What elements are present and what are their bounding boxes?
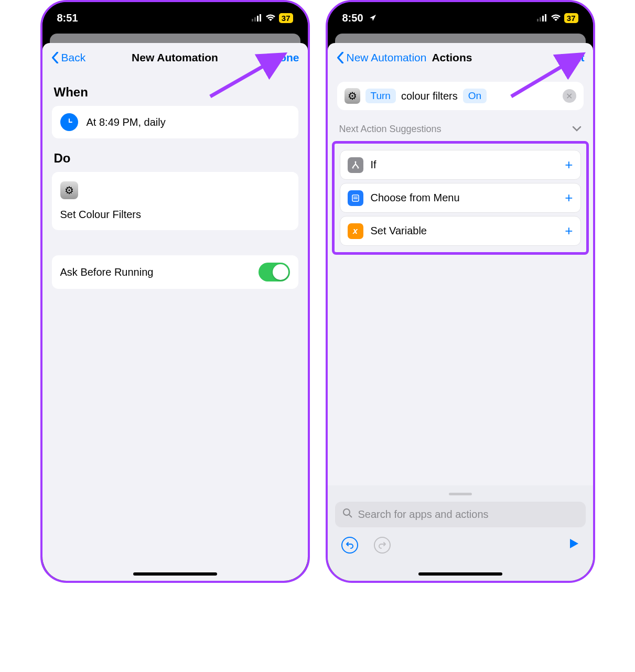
- done-button[interactable]: Done: [272, 51, 299, 64]
- suggestion-label: Choose from Menu: [371, 192, 460, 204]
- clock-icon: [60, 113, 78, 131]
- sheet: Back New Automation Done When At 8:49 PM…: [42, 43, 308, 581]
- svg-rect-0: [252, 19, 253, 21]
- add-icon[interactable]: +: [565, 190, 573, 206]
- sheet-behind: [335, 34, 586, 43]
- suggestion-choose-menu[interactable]: Choose from Menu +: [340, 183, 581, 213]
- drag-handle[interactable]: [449, 493, 472, 495]
- search-input[interactable]: Search for apps and actions: [335, 502, 586, 527]
- annotation-highlight: If + Choose from Menu + x Set Variable +: [332, 141, 589, 255]
- svg-rect-7: [540, 17, 541, 21]
- search-placeholder: Search for apps and actions: [358, 508, 489, 521]
- suggestion-label: If: [371, 159, 376, 171]
- chevron-down-icon: [572, 124, 582, 135]
- battery-icon: 37: [279, 13, 293, 23]
- add-icon[interactable]: +: [565, 223, 573, 239]
- suggestions-header[interactable]: Next Action Suggestions: [328, 120, 593, 139]
- svg-rect-6: [537, 19, 539, 21]
- settings-app-icon: ⚙︎: [345, 88, 360, 104]
- menu-icon: [348, 190, 363, 206]
- chevron-left-icon: [336, 52, 345, 63]
- wifi-icon: [551, 12, 561, 24]
- back-label: Back: [61, 51, 86, 64]
- status-time: 8:51: [57, 12, 78, 24]
- sheet: New Automation Actions Next ⚙︎ Turn colo…: [328, 43, 593, 581]
- nav-bar: New Automation Actions Next: [328, 43, 593, 72]
- suggestion-if[interactable]: If +: [340, 150, 581, 180]
- bottom-toolbar: [335, 527, 586, 554]
- nav-bar: Back New Automation Done: [42, 43, 308, 72]
- do-header: Do: [42, 138, 308, 172]
- right-screenshot: 8:50 37 New Automation Actions Next: [326, 0, 595, 583]
- home-indicator[interactable]: [133, 572, 217, 576]
- status-time: 8:50: [342, 12, 363, 24]
- svg-rect-1: [254, 17, 256, 21]
- svg-point-16: [343, 509, 350, 515]
- back-button[interactable]: New Automation: [336, 51, 427, 64]
- status-bar: 8:50 37: [328, 2, 593, 34]
- svg-rect-2: [257, 16, 259, 21]
- action-param: colour filters: [401, 90, 458, 102]
- ask-toggle[interactable]: [259, 263, 290, 281]
- suggestion-label: Set Variable: [371, 225, 427, 237]
- svg-point-11: [357, 167, 359, 168]
- page-title: Actions: [432, 51, 472, 64]
- redo-button: [374, 537, 391, 554]
- home-indicator[interactable]: [418, 572, 502, 576]
- suggestions-header-label: Next Action Suggestions: [339, 124, 442, 135]
- location-icon: [369, 12, 376, 24]
- add-icon[interactable]: +: [565, 157, 573, 173]
- bottom-panel: Search for apps and actions: [328, 485, 593, 581]
- ask-label: Ask Before Running: [60, 266, 154, 278]
- svg-point-10: [352, 167, 353, 168]
- search-icon: [342, 508, 353, 521]
- undo-button[interactable]: [341, 537, 358, 554]
- do-action-row[interactable]: ⚙︎ Set Colour Filters: [52, 172, 298, 230]
- svg-point-12: [354, 161, 356, 162]
- next-button[interactable]: Next: [561, 51, 585, 64]
- svg-rect-9: [545, 14, 546, 21]
- left-screenshot: 8:51 37 Back New Automation Done When: [40, 0, 310, 583]
- battery-icon: 37: [564, 13, 578, 23]
- svg-rect-3: [260, 14, 261, 21]
- action-verb-pill[interactable]: Turn: [365, 89, 396, 103]
- when-trigger-text: At 8:49 PM, daily: [87, 116, 166, 128]
- status-right: 37: [252, 12, 293, 24]
- back-label: New Automation: [347, 51, 427, 64]
- branch-icon: [348, 157, 363, 173]
- signal-icon: [252, 12, 262, 24]
- when-header: When: [42, 72, 308, 106]
- back-button[interactable]: Back: [51, 51, 86, 64]
- signal-icon: [537, 12, 547, 24]
- settings-app-icon: ⚙︎: [60, 181, 78, 199]
- when-trigger-row[interactable]: At 8:49 PM, daily: [52, 106, 298, 138]
- chevron-left-icon: [51, 52, 59, 63]
- run-button[interactable]: [568, 538, 579, 552]
- clear-action-button[interactable]: ✕: [563, 89, 576, 103]
- variable-icon: x: [348, 223, 363, 239]
- action-state-pill[interactable]: On: [463, 89, 487, 103]
- wifi-icon: [265, 12, 276, 24]
- page-title: New Automation: [132, 51, 218, 64]
- do-action-text: Set Colour Filters: [60, 209, 142, 221]
- suggestion-set-variable[interactable]: x Set Variable +: [340, 216, 581, 246]
- action-block[interactable]: ⚙︎ Turn colour filters On ✕: [337, 82, 584, 110]
- ask-before-running-row[interactable]: Ask Before Running: [52, 255, 298, 289]
- svg-rect-8: [542, 16, 544, 21]
- svg-rect-13: [352, 195, 359, 201]
- status-left-group: 8:50: [342, 12, 377, 24]
- sheet-behind: [50, 34, 300, 43]
- svg-line-17: [349, 515, 352, 517]
- status-right: 37: [537, 12, 578, 24]
- status-bar: 8:51 37: [42, 2, 308, 34]
